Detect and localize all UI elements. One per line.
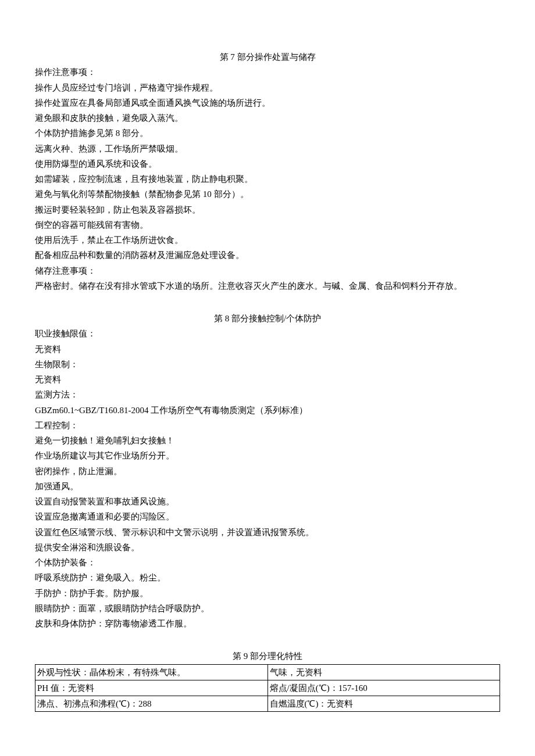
s7-line: 使用防爆型的通风系统和设备。 [35,156,500,171]
s8-line: 呼吸系统防护：避免吸入。粉尘。 [35,570,500,585]
s8-line: 眼睛防护：面罩，或眼睛防护结合呼吸防护。 [35,601,500,616]
table-cell: 外观与性状：晶体粉末，有特殊气味。 [35,664,268,680]
section-8-body: 职业接触限值： 无资料 生物限制： 无资料 监测方法： GBZm60.1~GBZ… [35,326,500,631]
s8-line: 设置应急撤离通道和必要的泻险区。 [35,509,500,524]
s8-line: GBZm60.1~GBZ/T160.81-2004 工作场所空气有毒物质测定（系… [35,403,500,418]
s7-line: 避免与氧化剂等禁配物接触（禁配物参见第 10 部分）。 [35,187,500,202]
section-8: 第 8 部分接触控制/个体防护 职业接触限值： 无资料 生物限制： 无资料 监测… [35,311,500,631]
s7-line: 倒空的容器可能残留有害物。 [35,217,500,232]
s8-line: 生物限制： [35,357,500,372]
s8-line: 工程控制： [35,418,500,433]
s8-line: 作业场所建议与其它作业场所分开。 [35,448,500,463]
section-9-title: 第 9 部分理化特性 [35,648,500,664]
s8-line: 提供安全淋浴和洗眼设备。 [35,540,500,555]
s8-line: 密闭操作，防止泄漏。 [35,464,500,479]
table-row: 沸点、初沸点和沸程(℃)：288 自燃温度(℃)：无资料 [35,696,500,711]
properties-table: 外观与性状：晶体粉末，有特殊气味。 气味，无资料 PH 值：无资料 熔点/凝固点… [35,664,500,712]
s7-line: 操作处置应在具备局部通风或全面通风换气设施的场所进行。 [35,95,500,110]
s7-line: 如需罐装，应控制流速，且有接地装置，防止静电积聚。 [35,171,500,187]
s8-line: 设置自动报警装置和事故通风设施。 [35,494,500,509]
s8-line: 加强通风。 [35,479,500,494]
table-cell: PH 值：无资料 [35,680,268,696]
section-7-body: 操作注意事项： 操作人员应经过专门培训，严格遵守操作规程。 操作处置应在具备局部… [35,65,500,293]
table-cell: 熔点/凝固点(℃)：157-160 [268,680,500,696]
s8-line: 个体防护装备： [35,555,500,570]
s7-line: 严格密封。储存在没有排水管或下水道的场所。注意收容灭火产生的废水。与碱、金属、食… [35,278,500,293]
s8-line: 监测方法： [35,387,500,402]
s8-line: 皮肤和身体防护：穿防毒物渗透工作服。 [35,616,500,631]
section-9: 第 9 部分理化特性 外观与性状：晶体粉末，有特殊气味。 气味，无资料 PH 值… [35,648,500,711]
section-7: 第 7 部分操作处置与储存 操作注意事项： 操作人员应经过专门培训，严格遵守操作… [35,49,500,293]
section-8-title: 第 8 部分接触控制/个体防护 [35,311,500,326]
s7-line: 远离火种、热源，工作场所严禁吸烟。 [35,141,500,156]
s7-line: 储存注意事项： [35,263,500,278]
table-row: PH 值：无资料 熔点/凝固点(℃)：157-160 [35,680,500,696]
s7-line: 个体防护措施参见第 8 部分。 [35,126,500,141]
s8-line: 避免一切接触！避免哺乳妇女接触！ [35,433,500,448]
s7-line: 使用后洗手，禁止在工作场所进饮食。 [35,232,500,248]
s8-line: 无资料 [35,372,500,387]
section-7-title: 第 7 部分操作处置与储存 [35,49,500,65]
table-row: 外观与性状：晶体粉末，有特殊气味。 气味，无资料 [35,664,500,680]
s7-line: 搬运时要轻装轻卸，防止包装及容器损坏。 [35,202,500,217]
table-cell: 气味，无资料 [268,664,500,680]
s7-line: 配备相应品种和数量的消防器材及泄漏应急处理设备。 [35,248,500,263]
s7-line: 避免眼和皮肤的接触，避免吸入蒸汽。 [35,110,500,126]
s8-line: 设置红色区域警示线、警示标识和中文警示说明，并设置通讯报警系统。 [35,525,500,540]
table-cell: 自燃温度(℃)：无资料 [268,696,500,711]
s8-line: 手防护：防护手套。防护服。 [35,586,500,601]
s8-line: 无资料 [35,342,500,357]
s7-line: 操作注意事项： [35,65,500,80]
s7-line: 操作人员应经过专门培训，严格遵守操作规程。 [35,80,500,95]
s8-line: 职业接触限值： [35,326,500,341]
table-cell: 沸点、初沸点和沸程(℃)：288 [35,696,268,711]
